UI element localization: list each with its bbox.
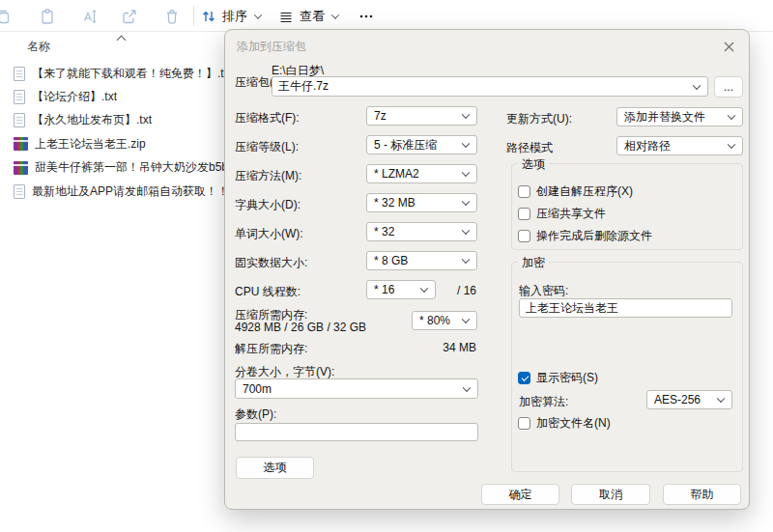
password-input[interactable] [519,298,732,318]
sfx-checkbox-row[interactable]: 创建自解压程序(X) [518,183,633,200]
show-password-checkbox-row[interactable]: 显示密码(S) [518,370,598,386]
chevron-down-icon [331,11,339,18]
delete-icon[interactable] [162,7,182,26]
cpu-threads-label: CPU 线程数: [235,284,301,300]
help-button[interactable]: 帮助 [663,484,741,505]
paste-icon[interactable] [38,7,57,26]
dictionary-combo[interactable]: * 32 MB [366,193,477,212]
shared-files-checkbox[interactable] [518,208,530,220]
memory-decompress-value: 34 MB [443,341,476,354]
show-password-checkbox-label: 显示密码(S) [536,370,598,386]
file-name: 【论坛介绍】.txt [32,89,117,105]
file-name: 甜美牛仔裤第一部！吊钟大奶沙发b5bd... [35,159,224,176]
options-button[interactable]: 选项 [236,457,314,479]
update-mode-combo[interactable]: 添加并替换文件 [616,107,743,126]
sfx-checkbox-label: 创建自解压程序(X) [536,183,633,200]
chevron-down-icon [717,395,725,403]
memory-percent-combo[interactable]: * 80% [412,311,477,330]
explorer-toolbar: 排序 查看 [0,0,773,32]
show-password-checkbox[interactable] [518,372,530,384]
password-label: 输入密码: [519,283,568,299]
view-button[interactable]: 查看 [278,0,338,32]
archive-name-input[interactable] [272,77,678,96]
txt-file-icon [14,90,25,104]
solid-block-label: 固实数据大小: [235,255,307,271]
toolbar-divider [193,6,194,26]
chevron-down-icon [462,227,470,235]
chevron-down-icon [693,81,701,89]
txt-file-icon [14,113,25,127]
path-mode-value: 相对路径 [624,138,671,154]
format-combo[interactable]: 7z [366,106,477,126]
archive-name-combo[interactable] [272,76,708,97]
file-row[interactable]: 甜美牛仔裤第一部！吊钟大奶沙发b5bd... [0,156,224,180]
txt-file-icon [14,67,25,81]
file-row[interactable]: 最新地址及APP请发邮箱自动获取！！！.... [0,180,224,203]
encryption-method-label: 加密算法: [519,394,568,410]
memory-decompress-label: 解压所需内存: [235,341,307,357]
parameters-input[interactable] [235,423,478,441]
sfx-checkbox[interactable] [518,185,530,198]
path-mode-label: 路径模式 [506,140,553,156]
explorer-window: 排序 查看 名称 【来了就能下载和观看！纯免费！】.txt [0,0,773,532]
close-icon[interactable] [718,36,739,57]
word-size-value: * 32 [374,225,394,238]
delete-after-checkbox-label: 操作完成后删除源文件 [536,228,652,244]
level-label: 压缩等级(L): [235,139,299,155]
archive-file-icon [14,137,28,151]
view-icon [278,9,294,24]
archive-file-icon [14,161,28,175]
rename-icon[interactable] [81,7,100,26]
chevron-down-icon [462,111,470,119]
encrypt-filenames-checkbox[interactable] [518,417,530,430]
shared-files-checkbox-row[interactable]: 压缩共享文件 [518,206,606,222]
chevron-down-icon [462,316,470,323]
cancel-button[interactable]: 取消 [571,484,650,505]
browse-button[interactable]: ... [714,76,743,98]
dialog-title: 添加到压缩包 [237,39,306,55]
method-label: 压缩方法(M): [235,168,301,184]
encrypt-filenames-checkbox-row[interactable]: 加密文件名(N) [518,415,611,432]
method-combo[interactable]: * LZMA2 [366,164,477,183]
method-value: * LZMA2 [374,167,419,181]
volume-size-value: 700m [243,382,272,396]
chevron-down-icon [463,383,471,391]
column-header-name[interactable]: 名称 [27,39,50,55]
chevron-down-icon [254,11,262,18]
chevron-down-icon [462,198,470,206]
file-name: 上老王论坛当老王.zip [35,136,146,153]
word-size-combo[interactable]: * 32 [366,222,477,241]
file-row[interactable]: 【永久地址发布页】.txt [0,109,224,132]
dictionary-label: 字典大小(D): [235,197,301,213]
file-row[interactable]: 【来了就能下载和观看！纯免费！】.txt [0,62,224,85]
format-value: 7z [374,109,386,123]
level-value: 5 - 标准压缩 [374,137,437,154]
sort-button[interactable]: 排序 [201,0,261,32]
file-row[interactable]: 上老王论坛当老王.zip [0,132,224,155]
file-name: 最新地址及APP请发邮箱自动获取！！！.... [32,183,224,200]
solid-block-combo[interactable]: * 8 GB [366,251,477,270]
cpu-threads-combo[interactable]: * 16 [366,280,436,299]
memory-percent-value: * 80% [419,314,450,327]
ok-button[interactable]: 确定 [481,484,559,505]
delete-after-checkbox-row[interactable]: 操作完成后删除源文件 [518,228,652,244]
chevron-down-icon [420,285,428,293]
level-combo[interactable]: 5 - 标准压缩 [366,135,477,154]
sort-ascending-icon[interactable] [117,36,127,45]
chevron-down-icon [728,112,735,120]
ellipsis-icon [358,8,375,25]
chevron-down-icon [728,141,735,149]
encryption-method-combo[interactable]: AES-256 [646,390,732,409]
delete-after-checkbox[interactable] [518,230,530,242]
volume-size-combo[interactable]: 700m [235,378,478,399]
copy-icon[interactable] [0,7,13,26]
options-group-title: 选项 [518,156,549,173]
more-button[interactable] [358,0,375,32]
txt-file-icon [14,184,25,199]
share-icon[interactable] [120,7,139,26]
update-mode-value: 添加并替换文件 [624,109,705,126]
path-mode-combo[interactable]: 相对路径 [616,136,743,155]
add-to-archive-dialog: 添加到压缩包 压缩包(A) E:\白日梦\ ... 压缩格式(F): 7z 压缩… [224,29,750,510]
encrypt-filenames-checkbox-label: 加密文件名(N) [536,415,611,432]
file-row[interactable]: 【论坛介绍】.txt [0,85,224,108]
